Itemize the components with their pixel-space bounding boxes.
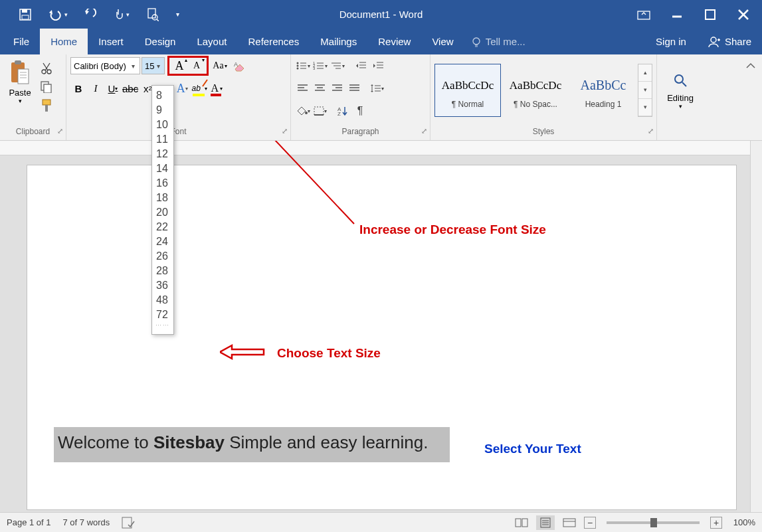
strikethrough-button[interactable]: abc	[122, 80, 138, 97]
ruler[interactable]	[0, 141, 750, 155]
size-option[interactable]: 14	[152, 161, 173, 176]
read-mode-button[interactable]	[512, 515, 531, 530]
styles-launcher[interactable]: ⤢	[648, 127, 654, 135]
underline-button[interactable]: U▾	[105, 80, 121, 97]
font-size-combo[interactable]: 15 ▾	[142, 57, 165, 74]
vertical-scrollbar[interactable]	[750, 141, 762, 512]
zoom-thumb[interactable]	[650, 518, 657, 527]
size-option[interactable]: 72	[152, 308, 173, 322]
bold-button[interactable]: B	[70, 80, 86, 97]
sign-in-button[interactable]: Sign in	[645, 29, 697, 54]
tab-review[interactable]: Review	[367, 29, 421, 54]
print-preview-button[interactable]	[141, 5, 165, 25]
web-layout-button[interactable]	[560, 515, 579, 530]
paste-button[interactable]: Paste ▾	[4, 57, 36, 116]
font-size-dropdown[interactable]: 8 9 10 11 12 14 16 18 20 22 24 26 28 36 …	[151, 85, 174, 335]
close-button[interactable]	[730, 5, 757, 25]
tab-layout[interactable]: Layout	[186, 29, 237, 54]
ribbon-display-button[interactable]	[630, 5, 657, 25]
styles-gallery-more[interactable]: ▴▾▾	[638, 64, 652, 117]
size-option[interactable]: 9	[152, 103, 173, 118]
size-option[interactable]: 28	[152, 264, 173, 278]
zoom-value[interactable]: 100%	[727, 517, 755, 527]
align-left-button[interactable]	[295, 80, 311, 96]
save-button[interactable]	[13, 5, 37, 25]
cut-button[interactable]	[37, 60, 56, 77]
borders-button[interactable]: ▾	[312, 103, 328, 119]
clear-formatting-button[interactable]: A	[231, 57, 248, 74]
font-size-buttons-highlight: A▴ A▾	[167, 56, 209, 76]
multilevel-list-button[interactable]: ▾	[330, 58, 345, 74]
document-page[interactable]: Increase or Decrease Font Size Choose Te…	[27, 165, 737, 510]
word-count[interactable]: 7 of 7 words	[63, 517, 110, 527]
font-name-combo[interactable]: Calibri (Body) ▾	[70, 57, 140, 74]
borders-icon	[314, 106, 324, 116]
svg-rect-70	[314, 107, 324, 115]
size-option[interactable]: 8	[152, 88, 173, 103]
increase-font-size-button[interactable]: A▴	[171, 57, 188, 74]
customize-qat-button[interactable]: ▾	[169, 5, 186, 25]
document-area[interactable]: Increase or Decrease Font Size Choose Te…	[0, 141, 750, 512]
clipboard-launcher[interactable]: ⤢	[57, 127, 63, 135]
tab-home[interactable]: Home	[40, 29, 88, 54]
size-option[interactable]: 48	[152, 293, 173, 308]
numbering-button[interactable]: 123▾	[312, 58, 328, 74]
show-marks-button[interactable]: ¶	[352, 103, 368, 119]
decrease-font-size-button[interactable]: A▾	[188, 57, 205, 74]
sort-button[interactable]: AZ	[335, 103, 351, 119]
tell-me-input[interactable]: Tell me...	[464, 29, 532, 54]
decrease-indent-button[interactable]	[353, 58, 369, 74]
align-center-button[interactable]	[312, 80, 328, 96]
copy-button[interactable]	[37, 78, 56, 96]
dropdown-resize-grip[interactable]: ⋯⋯	[152, 322, 173, 329]
justify-button[interactable]	[347, 80, 363, 96]
line-spacing-button[interactable]: ▾	[369, 80, 385, 96]
shading-button[interactable]: ▾	[295, 103, 311, 119]
style-normal[interactable]: AaBbCcDc ¶ Normal	[434, 64, 501, 117]
highlight-button[interactable]: ab ▾	[191, 80, 207, 97]
minimize-button[interactable]	[664, 5, 690, 25]
tab-references[interactable]: References	[237, 29, 310, 54]
print-layout-button[interactable]	[536, 515, 555, 530]
touch-mode-button[interactable]: ▾	[106, 5, 137, 25]
size-option[interactable]: 12	[152, 147, 173, 161]
size-option[interactable]: 10	[152, 118, 173, 132]
size-option[interactable]: 22	[152, 220, 173, 234]
size-option[interactable]: 20	[152, 205, 173, 220]
change-case-button[interactable]: Aa▾	[211, 57, 229, 74]
tab-mailings[interactable]: Mailings	[310, 29, 367, 54]
italic-button[interactable]: I	[88, 80, 104, 97]
redo-button[interactable]	[78, 5, 102, 25]
font-launcher[interactable]: ⤢	[282, 127, 288, 135]
format-painter-button[interactable]	[37, 97, 56, 114]
bullets-button[interactable]: ▾	[295, 58, 311, 74]
font-color-button[interactable]: A▾	[209, 80, 225, 97]
size-option[interactable]: 18	[152, 191, 173, 205]
zoom-in-button[interactable]: +	[710, 517, 722, 529]
paragraph-launcher[interactable]: ⤢	[421, 127, 427, 135]
size-option[interactable]: 11	[152, 132, 173, 147]
size-option[interactable]: 36	[152, 278, 173, 293]
style-heading1[interactable]: AaBbCc Heading 1	[570, 64, 636, 117]
collapse-ribbon-button[interactable]	[743, 58, 758, 73]
zoom-slider[interactable]	[607, 521, 700, 524]
zoom-out-button[interactable]: −	[584, 517, 596, 529]
maximize-button[interactable]	[697, 5, 723, 25]
find-button[interactable]	[669, 70, 692, 90]
text-effects-button[interactable]: A▾	[174, 80, 190, 97]
size-option[interactable]: 24	[152, 234, 173, 249]
size-option[interactable]: 26	[152, 249, 173, 264]
selected-text[interactable]: Welcome to Sitesbay Simple and easy lear…	[54, 427, 450, 462]
tab-insert[interactable]: Insert	[88, 29, 134, 54]
increase-indent-button[interactable]	[371, 58, 387, 74]
undo-button[interactable]: ▾	[41, 5, 74, 25]
tab-view[interactable]: View	[421, 29, 464, 54]
align-right-button[interactable]	[330, 80, 345, 96]
tab-file[interactable]: File	[0, 29, 40, 54]
page-indicator[interactable]: Page 1 of 1	[7, 517, 51, 527]
tab-design[interactable]: Design	[134, 29, 187, 54]
share-button[interactable]: Share	[697, 29, 762, 54]
size-option[interactable]: 16	[152, 176, 173, 191]
style-nospacing[interactable]: AaBbCcDc ¶ No Spac...	[502, 64, 569, 117]
spell-check-button[interactable]	[122, 517, 135, 529]
